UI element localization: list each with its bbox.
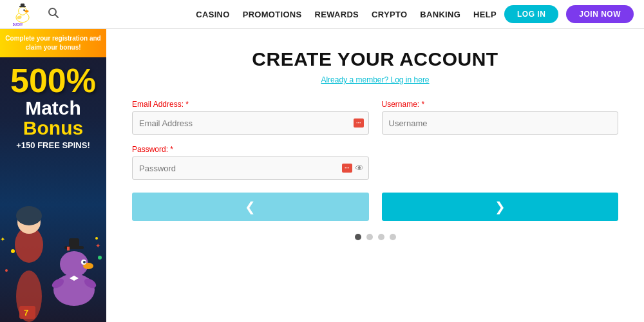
password-label: Password: *	[132, 145, 369, 154]
next-icon: ❯	[495, 199, 506, 214]
banner-match: Match	[25, 97, 81, 118]
password-input[interactable]	[132, 156, 369, 180]
step-dot-1[interactable]	[355, 234, 361, 240]
empty-col	[382, 145, 619, 180]
svg-text:7: 7	[24, 308, 28, 317]
svg-line-10	[55, 15, 59, 18]
next-button[interactable]: ❯	[382, 193, 619, 221]
logo[interactable]: DUCKY	[10, 2, 35, 26]
login-link[interactable]: Already a member? Log in here	[321, 75, 429, 84]
nav-help[interactable]: HELP	[473, 10, 497, 19]
email-dots-icon[interactable]: ···	[354, 118, 364, 128]
svg-point-14	[16, 206, 42, 225]
nav-rewards[interactable]: REWARDS	[315, 10, 359, 19]
svg-point-29	[95, 237, 98, 240]
prev-button[interactable]: ❮	[132, 193, 369, 221]
nav-banking[interactable]: BANKING	[420, 10, 460, 19]
page-title: CREATE YOUR ACCOUNT	[132, 48, 618, 70]
login-prompt: Already a member? Log in here	[132, 75, 618, 84]
search-icon	[48, 7, 59, 19]
main-nav: CASINO PROMOTIONS REWARDS CRYPTO BANKING…	[196, 10, 497, 19]
logo-icon: DUCKY	[10, 2, 35, 26]
password-group: Password: * ··· 👁	[132, 145, 369, 180]
svg-text:DUCKY: DUCKY	[13, 23, 23, 26]
svg-text:✦: ✦	[0, 236, 5, 243]
form-row-email-username: Email Address: * ··· Username: *	[132, 100, 618, 135]
svg-rect-22	[67, 247, 70, 251]
password-input-wrapper: ··· 👁	[132, 156, 369, 180]
registration-form-area: CREATE YOUR ACCOUNT Already a member? Lo…	[106, 29, 644, 322]
characters-illustration: 7 ✦ ✦	[0, 193, 106, 322]
svg-text:✦: ✦	[95, 242, 100, 249]
email-input[interactable]	[132, 111, 369, 135]
nav-buttons: ❮ ❯	[132, 193, 618, 221]
email-label: Email Address: *	[132, 100, 369, 109]
password-input-icons: ··· 👁	[342, 163, 364, 173]
step-dots	[132, 234, 618, 240]
banner-characters: 7 ✦ ✦	[0, 193, 106, 322]
prev-icon: ❮	[245, 199, 256, 214]
nav-promotions[interactable]: PROMOTIONS	[243, 10, 302, 19]
banner-bonus: Bonus	[23, 118, 83, 138]
step-dot-4[interactable]	[390, 234, 396, 240]
nav-crypto[interactable]: CRYPTO	[372, 10, 407, 19]
main-layout: Complete your registration and claim you…	[0, 29, 644, 322]
sidebar-banner: Complete your registration and claim you…	[0, 29, 106, 322]
banner-percent: 500%	[10, 64, 96, 97]
nav-casino[interactable]: CASINO	[196, 10, 229, 19]
svg-rect-21	[69, 238, 79, 247]
svg-point-30	[5, 269, 8, 272]
password-eye-icon[interactable]: 👁	[355, 163, 364, 173]
svg-rect-7	[21, 4, 24, 7]
step-dot-3[interactable]	[378, 234, 384, 240]
email-input-wrapper: ···	[132, 111, 369, 135]
username-label: Username: *	[382, 100, 619, 109]
banner-top-text: Complete your registration and claim you…	[0, 29, 106, 57]
step-dot-2[interactable]	[366, 234, 373, 240]
svg-point-2	[24, 10, 28, 13]
username-group: Username: *	[382, 100, 619, 135]
username-input-wrapper	[382, 111, 619, 135]
header: DUCKY CASINO PROMOTIONS REWARDS CRYPTO B…	[0, 0, 644, 29]
join-button[interactable]: JOIN NOW	[566, 5, 634, 23]
banner-spins: +150 FREE SPINS!	[16, 140, 90, 150]
svg-point-31	[98, 256, 102, 260]
login-button[interactable]: LOG IN	[504, 5, 558, 23]
svg-point-28	[11, 249, 15, 253]
svg-point-19	[83, 261, 86, 263]
search-button[interactable]	[48, 7, 59, 21]
username-input[interactable]	[382, 111, 619, 135]
email-input-icons: ···	[354, 118, 364, 128]
password-dots-icon[interactable]: ···	[342, 164, 352, 173]
email-group: Email Address: * ···	[132, 100, 369, 135]
svg-point-4	[24, 10, 25, 10]
form-row-password: Password: * ··· 👁	[132, 145, 618, 180]
svg-point-3	[23, 9, 25, 11]
